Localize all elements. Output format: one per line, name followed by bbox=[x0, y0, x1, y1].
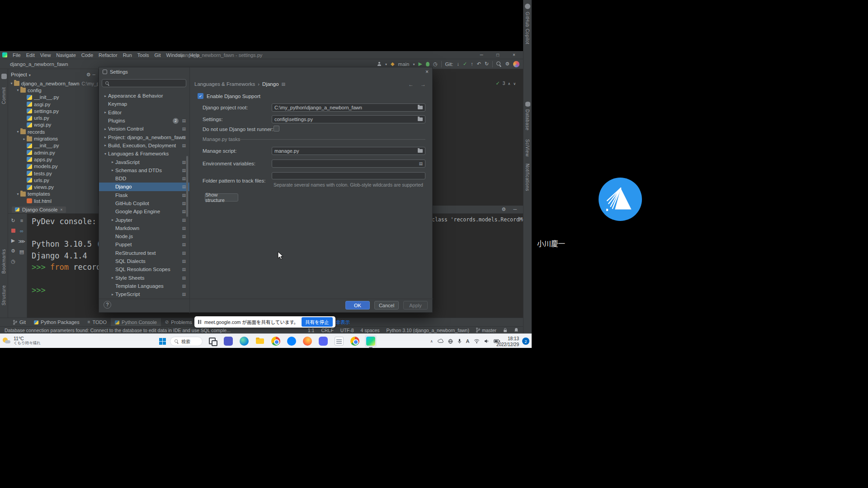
hide-console-icon[interactable] bbox=[513, 207, 517, 212]
tool-database[interactable]: Database bbox=[525, 109, 530, 131]
window-minimize-button[interactable] bbox=[473, 51, 490, 59]
ime-indicator[interactable]: A bbox=[466, 338, 469, 344]
show-structure-button[interactable]: Show structure bbox=[205, 193, 238, 202]
settings-search-input[interactable] bbox=[102, 79, 186, 87]
settings-item[interactable]: Style Sheets bbox=[99, 274, 189, 282]
settings-item[interactable]: Build, Execution, Deployment bbox=[99, 141, 189, 150]
database-icon[interactable] bbox=[525, 102, 530, 107]
menu-edit[interactable]: Edit bbox=[24, 51, 38, 59]
expand-arrow-icon[interactable] bbox=[15, 88, 20, 92]
tab-python-packages[interactable]: Python Packages bbox=[30, 318, 84, 326]
forward-arrow-icon[interactable] bbox=[420, 81, 426, 88]
file-explorer-icon[interactable] bbox=[254, 335, 266, 347]
indent-style[interactable]: 4 spaces bbox=[361, 328, 380, 333]
status-message[interactable]: Database connection parameters found: Co… bbox=[5, 328, 231, 333]
project-tool-icon[interactable] bbox=[1, 74, 7, 79]
microphone-icon[interactable] bbox=[458, 338, 462, 344]
chrome-app-icon[interactable] bbox=[349, 335, 361, 347]
ok-button[interactable]: OK bbox=[345, 301, 370, 310]
chrome-app-icon[interactable] bbox=[270, 335, 282, 347]
notifications-bell-icon[interactable] bbox=[514, 328, 519, 333]
back-arrow-icon[interactable] bbox=[408, 81, 414, 88]
cloud-icon[interactable] bbox=[438, 339, 443, 343]
interpreter[interactable]: Python 3.10 (django_a_newborn_fawn) bbox=[387, 328, 469, 333]
browse-folder-icon[interactable] bbox=[418, 106, 423, 109]
variables-view-icon[interactable] bbox=[19, 249, 24, 254]
menu-code[interactable]: Code bbox=[79, 51, 96, 59]
taskbar-search[interactable]: 検索 bbox=[170, 337, 203, 346]
apply-button[interactable]: Apply bbox=[403, 301, 428, 310]
menu-file[interactable]: File bbox=[10, 51, 24, 59]
window-close-button[interactable] bbox=[506, 51, 522, 59]
pycharm-app-icon[interactable] bbox=[365, 335, 377, 347]
git-rollback-button[interactable] bbox=[477, 61, 481, 66]
tree-item-file[interactable]: __init__.py bbox=[8, 142, 98, 149]
settings-item[interactable]: Project: django_a_newborn_fawn bbox=[99, 133, 189, 141]
tool-commit[interactable]: Commit bbox=[1, 87, 6, 104]
tree-item-root[interactable]: django_a_newborn_fawn C:\my_python bbox=[8, 80, 98, 87]
file-encoding[interactable]: UTF-8 bbox=[340, 328, 354, 333]
git-push-button[interactable] bbox=[471, 61, 473, 66]
weather-widget[interactable]: 11°C くもり時々晴れ bbox=[3, 336, 41, 346]
tray-overflow-chevron[interactable] bbox=[430, 339, 433, 343]
user-account-icon[interactable] bbox=[377, 62, 382, 66]
browse-folder-icon[interactable] bbox=[418, 149, 423, 153]
history-time-icon[interactable] bbox=[11, 259, 15, 264]
next-problem-icon[interactable] bbox=[513, 81, 516, 86]
firefox-app-icon[interactable] bbox=[302, 335, 313, 347]
line-ending[interactable]: CRLF bbox=[321, 328, 333, 333]
page-structure-icon[interactable] bbox=[282, 82, 286, 86]
settings-item[interactable]: SQL Resolution Scopes bbox=[99, 265, 189, 273]
git-commit-button[interactable] bbox=[463, 61, 467, 66]
settings-item[interactable]: Plugins2 bbox=[99, 117, 189, 125]
tree-item-file[interactable]: wsgi.py bbox=[8, 122, 98, 128]
browse-folder-icon[interactable] bbox=[418, 117, 423, 121]
console-tab[interactable]: Django Console bbox=[12, 206, 66, 213]
git-history-button[interactable] bbox=[485, 61, 489, 66]
wifi-icon[interactable] bbox=[474, 339, 480, 343]
settings-item[interactable]: Template Languages bbox=[99, 282, 189, 290]
tree-item-file[interactable]: views.py bbox=[8, 183, 98, 190]
tree-item-file[interactable]: apps.py bbox=[8, 156, 98, 163]
volume-icon[interactable] bbox=[484, 339, 489, 343]
settings-item[interactable]: Appearance & Behavior bbox=[99, 92, 189, 100]
tree-item-file[interactable]: asgi.py bbox=[8, 101, 98, 108]
notepad-app-icon[interactable] bbox=[333, 335, 345, 347]
console-prompt-line[interactable]: >>> bbox=[32, 286, 46, 295]
manage-script-field[interactable]: manage.py bbox=[272, 147, 425, 155]
tab-todo[interactable]: TODO bbox=[84, 318, 111, 326]
folder-pattern-field[interactable] bbox=[272, 172, 425, 179]
run-button[interactable] bbox=[419, 61, 422, 66]
settings-item[interactable]: Flask bbox=[99, 191, 189, 199]
close-tab-icon[interactable] bbox=[60, 207, 62, 212]
stop-icon[interactable] bbox=[11, 229, 15, 233]
settings-item[interactable]: SQL Dialects bbox=[99, 257, 189, 265]
search-everywhere-icon[interactable] bbox=[496, 61, 501, 66]
prev-problem-icon[interactable] bbox=[508, 81, 510, 86]
console-options-icon[interactable] bbox=[11, 249, 15, 253]
edge-app-icon[interactable] bbox=[238, 335, 250, 347]
task-view-button[interactable] bbox=[207, 335, 218, 347]
settings-item[interactable]: BDD bbox=[99, 174, 189, 183]
git-branch-widget[interactable]: master bbox=[476, 328, 496, 333]
menu-tools[interactable]: Tools bbox=[135, 51, 152, 59]
tool-bookmarks[interactable]: Bookmarks bbox=[1, 249, 6, 274]
settings-item[interactable]: Languages & Frameworks bbox=[99, 150, 189, 158]
settings-item[interactable]: GitHub Copilot bbox=[99, 199, 189, 207]
expand-arrow-icon[interactable] bbox=[15, 130, 20, 134]
execute-icon[interactable] bbox=[11, 238, 15, 243]
menu-view[interactable]: View bbox=[38, 51, 54, 59]
menu-git[interactable]: Git bbox=[152, 51, 164, 59]
settings-item[interactable]: TypeScript bbox=[99, 290, 189, 298]
github-copilot-icon[interactable] bbox=[525, 4, 530, 9]
test-runner-checkbox[interactable] bbox=[274, 126, 279, 131]
project-root-field[interactable]: C:\my_python\django_a_newborn_fawn bbox=[272, 103, 425, 112]
tool-structure[interactable]: Structure bbox=[1, 285, 6, 305]
tree-item-file[interactable]: urls.py bbox=[8, 177, 98, 183]
git-update-button[interactable] bbox=[457, 61, 459, 66]
tab-git[interactable]: Git bbox=[9, 318, 30, 326]
command-queue-icon[interactable] bbox=[18, 239, 25, 244]
settings-file-field[interactable]: config\settings.py bbox=[272, 115, 425, 123]
settings-item[interactable]: Jupyter bbox=[99, 216, 189, 224]
tree-item-file[interactable]: urls.py bbox=[8, 114, 98, 121]
